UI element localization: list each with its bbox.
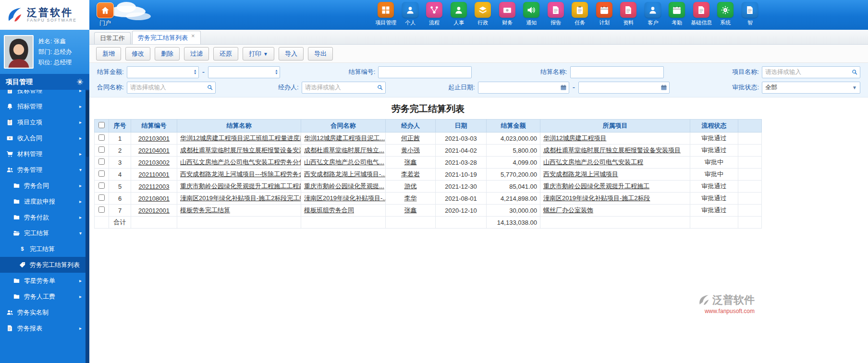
row-checkbox[interactable] [98,170,105,177]
row-checkbox[interactable] [98,206,105,213]
topnav-item[interactable]: 智 [738,2,761,29]
approval-status-select[interactable]: 全部 ▼ [762,82,860,94]
topnav-item[interactable]: 系统 [713,2,738,29]
sidebar-item[interactable]: 招标管理▸ [0,98,86,114]
settlement-no-link[interactable]: 202104001 [131,145,177,157]
contract-name-link[interactable]: 华润12城房建工程项目泥工... [301,133,386,145]
topnav-item[interactable]: 考勤 [665,2,689,29]
settlement-name-link[interactable]: 潼南区2019年绿化补贴项目-施工2标段完工结算 [177,193,301,205]
contract-name-link[interactable]: 潼南区2019年绿化补贴项目-... [301,193,386,205]
agent-input[interactable] [302,82,386,94]
agent-link[interactable]: 张鑫 [386,157,436,169]
sidebar-item[interactable]: 完工结算 [0,241,86,257]
date-end-input[interactable] [578,82,670,94]
row-checkbox[interactable] [98,146,105,153]
portal-nav-item[interactable]: 门户 [94,2,116,27]
toolbar-button[interactable]: 导入 [279,47,304,60]
toolbar-button[interactable]: 删除 [155,47,180,60]
column-header[interactable]: 结算金额 [487,120,540,133]
sidebar-item[interactable]: 劳务管理▾ [0,162,86,178]
toolbar-button[interactable]: 导出 [308,47,333,60]
project-link[interactable]: 潼南区2019年绿化补贴项目-施工2标段 [540,193,690,205]
contract-name-link[interactable]: 山西弘文房地产总公司电气... [301,157,386,169]
settlement-name-input[interactable] [570,66,664,78]
table-row[interactable]: 4202110001西安成都路龙湖上河城项目---拆除工程劳务合...西安成都路… [95,169,762,181]
project-link[interactable]: 成都杜甫草堂临时展厅独立展柜报警设备安装项目 [540,145,690,157]
column-header[interactable]: 流程状态 [690,120,738,133]
sidebar-item[interactable]: 劳务实名制 [0,304,86,320]
agent-link[interactable]: 黄小强 [386,145,436,157]
sidebar-item[interactable]: 完工结算▾ [0,225,86,241]
calendar-icon[interactable] [560,84,567,91]
settlement-name-link[interactable]: 山西弘文房地产总公司电气安装工程劳务分包... [177,157,301,169]
sidebar-item[interactable]: 劳务完工结算列表 [0,257,86,273]
tab-daily-work[interactable]: 日常工作 [94,32,131,44]
settlement-name-link[interactable]: 西安成都路龙湖上河城项目---拆除工程劳务合... [177,169,301,181]
topnav-item[interactable]: 计划 [592,2,617,29]
row-checkbox[interactable] [98,134,105,141]
column-header[interactable]: 日期 [436,120,487,133]
agent-link[interactable]: 李华 [386,193,436,205]
column-header[interactable]: 结算编号 [131,120,177,133]
spinner-arrows-icon[interactable]: ▲▼ [194,69,197,75]
settlement-no-link[interactable]: 202110001 [131,169,177,181]
settlement-name-link[interactable]: 模板劳务完工结算 [177,205,301,217]
project-name-input[interactable] [762,66,860,78]
agent-link[interactable]: 游优 [386,181,436,193]
toolbar-button[interactable]: 过滤 [184,47,209,60]
sidebar-module-header[interactable]: 项目管理 [0,74,89,90]
sidebar-item[interactable]: 劳务人工费▸ [0,289,86,304]
sidebar-item[interactable]: 进度款申报▸ [0,194,86,209]
search-icon[interactable] [851,69,858,75]
topnav-item[interactable]: 人事 [447,2,471,29]
topnav-item[interactable]: 基础信息 [689,2,714,29]
row-checkbox[interactable] [98,182,105,189]
project-link[interactable]: 华润12城房建工程项目 [540,133,690,145]
settlement-no-link[interactable]: 202108001 [131,193,177,205]
column-header[interactable]: 序号 [109,120,131,133]
settlement-name-link[interactable]: 重庆市鹅岭公园绿化景观提升工程施工工程款... [177,181,301,193]
sidebar-item[interactable]: 劳务报表▸ [0,320,86,336]
topnav-item[interactable]: 资料 [616,2,641,29]
sidebar-item[interactable]: 材料管理▸ [0,146,86,162]
table-row[interactable]: 1202103001华润12城房建工程项目泥工班组工程量进度款华润12城房建工程… [95,133,762,145]
topnav-item[interactable]: 行政 [471,2,495,29]
search-icon[interactable] [207,84,213,91]
toolbar-button[interactable]: 打印▼ [243,47,274,60]
topnav-item[interactable]: 任务 [568,2,592,29]
settlement-no-link[interactable]: 202103002 [131,157,177,169]
sidebar-item[interactable]: 收入合同▸ [0,130,86,146]
project-link[interactable]: 重庆市鹅岭公园绿化景观提升工程施工 [540,181,690,193]
column-header[interactable]: 所属项目 [540,120,690,133]
table-row[interactable]: 2202104001成都杜甫草堂临时展厅独立展柜报警设备安装...成都杜甫草堂临… [95,145,762,157]
close-icon[interactable]: × [191,34,195,38]
contract-name-link[interactable]: 重庆市鹅岭公园绿化景观提... [301,181,386,193]
toolbar-button[interactable]: 修改 [125,47,150,60]
spinner-arrows-icon[interactable]: ▲▼ [275,69,278,75]
sidebar-item[interactable]: 劳务付款▸ [0,209,86,225]
settlement-name-link[interactable]: 成都杜甫草堂临时展厅独立展柜报警设备安装... [177,145,301,157]
sidebar-item[interactable]: 项目立项▸ [0,114,86,130]
contract-name-input[interactable] [127,82,216,94]
agent-link[interactable]: 何正茜 [386,133,436,145]
topnav-item[interactable]: 流程 [422,2,447,29]
topnav-item[interactable]: 客户 [641,2,665,29]
settlement-no-link[interactable]: 202112003 [131,181,177,193]
topnav-item[interactable]: 项目管理 [374,2,398,29]
row-checkbox[interactable] [98,194,105,201]
project-link[interactable]: 西安成都路龙湖上河城项目 [540,169,690,181]
settlement-no-link[interactable]: 202103001 [131,133,177,145]
select-all-checkbox[interactable] [98,122,105,128]
agent-link[interactable]: 张鑫 [386,205,436,217]
tab-labor-settlement-list[interactable]: 劳务完工结算列表 × [132,31,201,44]
sidebar-item[interactable]: 投标管理▸ [0,90,86,98]
column-header[interactable]: 合同名称 [301,120,386,133]
agent-link[interactable]: 李若岩 [386,169,436,181]
topnav-item[interactable]: 报告 [544,2,568,29]
topnav-item[interactable]: 财务 [495,2,520,29]
topnav-item[interactable]: 通知 [519,2,544,29]
settlement-no-link[interactable]: 202012001 [131,205,177,217]
table-row[interactable]: 5202112003重庆市鹅岭公园绿化景观提升工程施工工程款...重庆市鹅岭公园… [95,181,762,193]
contract-name-link[interactable]: 成都杜甫草堂临时展厅独立... [301,145,386,157]
settlement-name-link[interactable]: 华润12城房建工程项目泥工班组工程量进度款 [177,133,301,145]
